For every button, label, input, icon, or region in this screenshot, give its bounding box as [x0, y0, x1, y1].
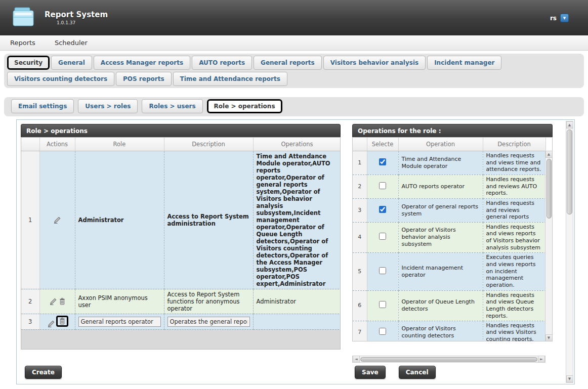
cancel-button[interactable]: Cancel [399, 366, 436, 379]
highlight-box [56, 316, 68, 327]
app-title: Report System [45, 10, 108, 19]
delete-icon[interactable] [59, 317, 66, 325]
row-number: 1 [353, 151, 367, 175]
column-header-operation: Operation [398, 138, 483, 151]
edit-icon[interactable] [49, 297, 58, 306]
tab-visitors-counting-detectors[interactable]: Visitors counting detectors [7, 72, 114, 86]
scroll-left-icon[interactable]: ◄ [353, 356, 360, 363]
scroll-down-icon[interactable]: ▼ [545, 334, 553, 341]
operation-description: Handles requests and views Queue Length … [483, 290, 545, 321]
operation-checkbox[interactable] [379, 328, 386, 335]
tab-pos-reports[interactable]: POS reports [116, 72, 172, 86]
operation-description: Handles requests and reviews general rep… [483, 198, 545, 222]
table-row: 3 [21, 314, 341, 329]
tab-security[interactable]: Security [7, 56, 50, 70]
operation-checkbox[interactable] [379, 182, 386, 189]
menu-reports[interactable]: Reports [10, 39, 35, 47]
table-row: 5 Incident management operator Executes … [353, 252, 545, 290]
column-header-index [353, 138, 367, 151]
operation-description: Handles requests and reviews AUTO report… [483, 175, 545, 198]
delete-icon[interactable] [59, 297, 66, 306]
table-row: 6 Operator of Queue Length detectors Han… [353, 290, 545, 321]
tab-general-reports[interactable]: General reports [254, 56, 322, 70]
subtab-roles-users[interactable]: Roles > users [142, 99, 202, 113]
operation-name: Operator of general reports system [398, 198, 483, 222]
role-operations: Administrator [253, 289, 341, 314]
row-number: 2 [21, 289, 39, 314]
table-row: 7 Operator of Visitors counting detector… [353, 321, 545, 341]
column-header-selected: Selecte [367, 138, 398, 151]
create-button[interactable]: Create [25, 366, 62, 379]
operation-checkbox[interactable] [379, 233, 386, 240]
scrollbar-thumb[interactable] [567, 129, 572, 214]
row-number: 6 [353, 290, 367, 321]
column-header-description: Description [164, 138, 253, 151]
menu-scheduler[interactable]: Scheduler [55, 39, 88, 47]
table-row: 1 Administrator Access to Report System … [21, 151, 341, 289]
operation-checkbox[interactable] [379, 267, 386, 274]
role-description: Access to Report System functions for an… [164, 289, 253, 314]
tab-visitors-behavior-analysis[interactable]: Visitors behavior analysis [323, 56, 426, 70]
column-header-actions: Actions [39, 138, 75, 151]
table-row: 4 Operator of Visitors behavior analysis… [353, 222, 545, 252]
tab-incident-manager[interactable]: Incident manager [427, 56, 501, 70]
edit-icon[interactable] [47, 319, 56, 328]
app-header: Report System 1.0.1.37 rs ▼ [0, 0, 588, 35]
main-vertical-scrollbar[interactable]: ▲ ▼ [566, 121, 573, 383]
row-number: 2 [353, 175, 367, 198]
edit-icon[interactable] [53, 215, 62, 224]
operation-description: Handles requests and views reports of Vi… [483, 222, 545, 252]
roles-table: Actions Role Description Operations 1 [21, 138, 341, 330]
operation-name: Operator of Visitors counting detectors [398, 321, 483, 341]
operation-checkbox[interactable] [379, 158, 386, 165]
scrollbar-thumb[interactable] [547, 159, 552, 219]
operations-panel-title: Operations for the role : [352, 124, 553, 137]
scroll-right-icon[interactable]: ► [538, 356, 545, 363]
table-row: 1 Time and Attendance Module operator Ha… [353, 151, 545, 175]
role-operations: Time and Attendance Module operator,AUTO… [253, 151, 341, 289]
operation-checkbox[interactable] [379, 301, 386, 308]
scrollbar-thumb[interactable] [360, 357, 537, 362]
operation-name: Incident management operator [398, 252, 483, 290]
subtab-users-roles[interactable]: Users > roles [78, 99, 138, 113]
roles-panel-title: Role > operations [21, 124, 341, 137]
subtab-role-operations[interactable]: Role > operations [207, 99, 282, 113]
roles-table-body: Actions Role Description Operations 1 [21, 137, 341, 350]
row-number: 7 [353, 321, 367, 341]
folder-logo-icon [12, 6, 36, 29]
subtab-email-settings[interactable]: Email settings [11, 99, 74, 113]
column-header-description: Description [483, 138, 545, 151]
scroll-up-icon[interactable]: ▲ [545, 151, 553, 158]
operations-vertical-scrollbar[interactable]: ▲ ▼ [545, 151, 552, 341]
report-tabs: Security General Access Manager reports … [4, 54, 584, 88]
row-number: 4 [353, 222, 367, 252]
role-description: Access to Report System administration [164, 151, 253, 289]
table-row: 2 AUTO reports operator Handles requests… [353, 175, 545, 198]
tab-auto-reports[interactable]: AUTO reports [192, 56, 252, 70]
row-number: 1 [21, 151, 39, 289]
operation-description: Handles requests and views time and atte… [483, 151, 545, 175]
app-version: 1.0.1.37 [57, 20, 108, 25]
table-row: 2 Axxon PSIM anonymous user Access to Re… [21, 289, 341, 314]
tab-general[interactable]: General [51, 56, 92, 70]
save-button[interactable]: Save [355, 366, 386, 379]
operation-checkbox[interactable] [379, 206, 386, 213]
user-initials: rs [550, 15, 557, 22]
tab-access-manager-reports[interactable]: Access Manager reports [94, 56, 190, 70]
menubar: Reports Scheduler [0, 35, 588, 51]
tab-time-and-attendance-reports[interactable]: Time and Attendance reports [173, 72, 287, 86]
operations-horizontal-scrollbar[interactable]: ◄ ► [352, 356, 545, 363]
role-operations [253, 314, 341, 329]
operation-description: Executes queries and views reports on in… [483, 252, 545, 290]
role-name-input[interactable] [78, 317, 161, 327]
scroll-up-icon[interactable]: ▲ [566, 121, 573, 128]
operations-table-body: Selecte Operation Description 1 Time and… [352, 137, 553, 341]
row-number: 5 [353, 252, 367, 290]
role-name: Axxon PSIM anonymous user [75, 289, 164, 314]
scroll-down-icon[interactable]: ▼ [566, 375, 573, 382]
user-menu-dropdown-icon[interactable]: ▼ [560, 14, 569, 22]
role-description-input[interactable] [167, 317, 250, 327]
row-number: 3 [353, 198, 367, 222]
table-row: 3 Operator of general reports system Han… [353, 198, 545, 222]
role-name: Administrator [75, 151, 164, 289]
